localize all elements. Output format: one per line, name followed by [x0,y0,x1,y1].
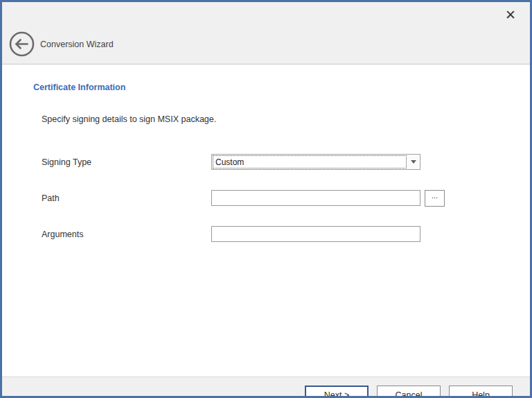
wizard-header: ✕ Conversion Wizard [2,2,530,64]
browse-button[interactable]: ... [425,190,445,207]
caret-glyph [411,160,416,164]
signing-type-label: Signing Type [42,157,211,167]
conversion-wizard-dialog: ✕ Conversion Wizard Certificate Informat… [0,0,532,398]
page-description: Specify signing details to sign MSIX pac… [42,114,499,124]
close-button[interactable]: ✕ [501,5,520,24]
arguments-row: Arguments [42,226,499,242]
back-row: Conversion Wizard [9,31,114,57]
path-input[interactable] [211,190,420,206]
signing-type-row: Signing Type Custom [42,154,499,170]
path-row: Path ... [42,190,499,206]
path-label: Path [42,193,211,203]
arguments-label: Arguments [42,230,211,239]
wizard-footer: Next > Cancel Help [2,377,530,398]
help-button[interactable]: Help [449,386,513,398]
cancel-button[interactable]: Cancel [377,386,441,398]
page-title: Certificate Information [33,83,499,92]
next-button[interactable]: Next > [305,386,369,398]
back-arrow-icon[interactable] [9,31,35,57]
certificate-form: Signing Type Custom Path ... Arguments [42,154,499,242]
chevron-down-icon[interactable] [407,155,420,169]
arguments-input[interactable] [211,226,420,242]
signing-type-select[interactable]: Custom [211,154,420,170]
close-icon: ✕ [505,8,516,21]
wizard-page-content: Certificate Information Specify signing … [2,83,530,377]
wizard-title: Conversion Wizard [40,40,114,49]
signing-type-value: Custom [213,155,407,168]
